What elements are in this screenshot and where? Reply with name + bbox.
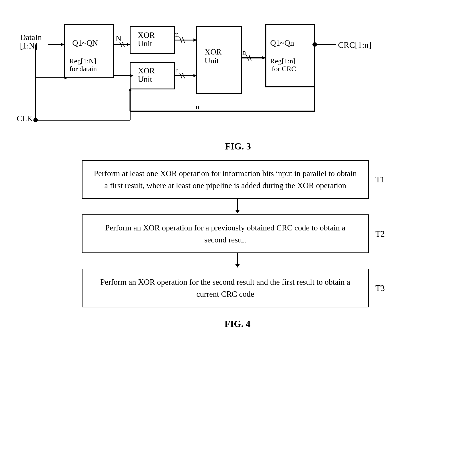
svg-marker-11 [130, 74, 134, 77]
q1qn-left-label: Q1~QN [72, 38, 98, 47]
svg-marker-40 [235, 210, 240, 213]
xor-unit-bot-1: XOR [138, 66, 155, 75]
flow-label-t1: T1 [375, 175, 393, 184]
n-label-bot: n [196, 102, 199, 111]
reg-datain-label1: Reg[1:N] [69, 57, 96, 65]
xor-right-2: Unit [204, 56, 219, 65]
reg-crc-label1: Reg[1:n] [270, 57, 296, 65]
flow-arrow-2 [82, 253, 393, 269]
datain-range: [1:N] [20, 41, 37, 50]
n-label-right: n [242, 48, 246, 56]
n-label-top: N [116, 34, 121, 43]
reg-datain-label2: for datain [69, 65, 97, 73]
svg-rect-20 [197, 27, 241, 93]
flow-label-t3: T3 [375, 283, 393, 293]
flow-box-t3: Perform an XOR operation for the second … [82, 269, 369, 307]
flow-step-t2: Perform an XOR operation for a previousl… [82, 214, 393, 253]
svg-marker-1 [61, 43, 65, 46]
n-label-mid1: n [175, 30, 179, 38]
xor-unit-bot-2: Unit [138, 75, 152, 84]
fig4-label: FIG. 4 [82, 319, 393, 329]
page: .svg-text { font-family: 'Times New Roma… [0, 0, 475, 476]
flow-box-t1: Perform at least one XOR operation for i… [82, 160, 369, 199]
xor-unit-top-2: Unit [138, 39, 152, 48]
q1qn-right-label: Q1~Qn [270, 38, 294, 47]
flow-step-t3: Perform an XOR operation for the second … [82, 269, 393, 307]
fig3-diagram: .svg-text { font-family: 'Times New Roma… [13, 9, 462, 138]
xor-unit-top-1: XOR [138, 31, 155, 40]
flowchart: Perform at least one XOR operation for i… [82, 160, 393, 307]
flow-label-t2: T2 [375, 229, 393, 239]
fig4-diagram: Perform at least one XOR operation for i… [82, 160, 393, 329]
flow-step-t1: Perform at least one XOR operation for i… [82, 160, 393, 199]
flow-box-t2: Perform an XOR operation for a previousl… [82, 214, 369, 253]
xor-right-1: XOR [204, 47, 221, 56]
svg-marker-6 [127, 43, 130, 46]
crc-out-label: CRC[1:n] [338, 40, 371, 50]
reg-crc-label2: for CRC [272, 65, 296, 73]
datain-label: DataIn [20, 33, 42, 42]
flow-arrow-1 [82, 199, 393, 214]
svg-marker-37 [65, 76, 68, 79]
svg-marker-42 [235, 264, 240, 268]
clk-label: CLK [17, 114, 33, 123]
svg-marker-19 [193, 74, 197, 77]
svg-marker-15 [193, 38, 197, 42]
svg-marker-31 [129, 88, 132, 91]
fig3-label: FIG. 3 [13, 141, 462, 152]
svg-rect-25 [266, 24, 315, 87]
n-label-mid2: n [175, 66, 179, 74]
